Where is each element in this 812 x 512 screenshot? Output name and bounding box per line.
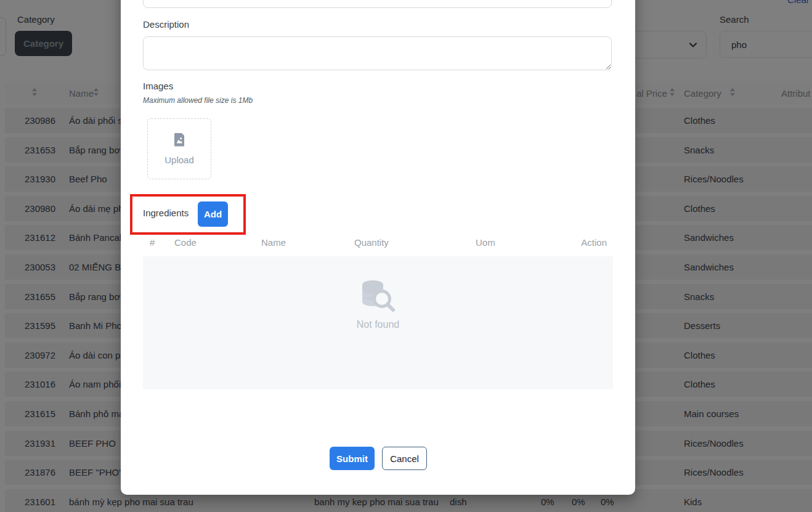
images-hint: Maximum allowed file size is 1Mb bbox=[143, 96, 253, 105]
code-column-header: Code bbox=[174, 237, 197, 248]
num-column-header: # bbox=[150, 237, 155, 248]
action-column-header: Action bbox=[581, 237, 607, 248]
name-field[interactable] bbox=[143, 0, 612, 8]
upload-label: Upload bbox=[164, 155, 194, 165]
description-field[interactable] bbox=[143, 36, 612, 70]
submit-button[interactable]: Submit bbox=[330, 447, 375, 470]
image-file-icon bbox=[172, 132, 187, 150]
not-found-text: Not found bbox=[357, 319, 399, 330]
ingredients-empty-state: Not found bbox=[143, 256, 613, 389]
quantity-column-header: Quantity bbox=[354, 237, 389, 248]
description-label: Description bbox=[143, 19, 189, 30]
uom-column-header: Uom bbox=[476, 237, 495, 248]
add-ingredient-button[interactable]: Add bbox=[198, 201, 228, 227]
cancel-button[interactable]: Cancel bbox=[382, 447, 427, 470]
images-label: Images bbox=[143, 81, 173, 91]
ing-name-column-header: Name bbox=[261, 237, 286, 248]
upload-button[interactable]: Upload bbox=[147, 118, 211, 179]
ingredients-label: Ingredients bbox=[143, 208, 189, 218]
product-form-modal: Description Images Maximum allowed file … bbox=[121, 0, 635, 495]
not-found-icon bbox=[359, 278, 397, 315]
page: Category Category Search Clear Name al P… bbox=[0, 0, 812, 512]
